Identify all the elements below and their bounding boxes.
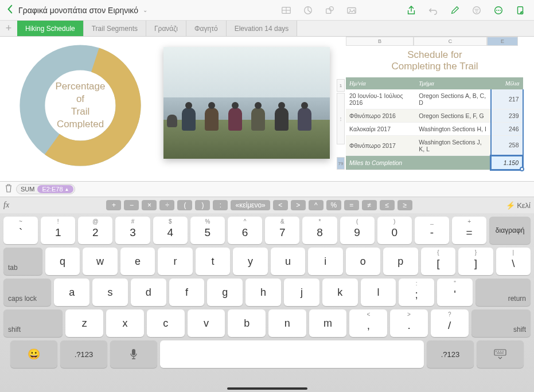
key-c[interactable]: c bbox=[147, 309, 185, 337]
row-number[interactable]: 79 bbox=[337, 157, 345, 170]
op-caret[interactable]: ^ bbox=[309, 200, 323, 210]
spreadsheet-canvas[interactable]: Percentage of Trail Completed 1 ⋮ 79 B C… bbox=[0, 37, 534, 181]
op-minus[interactable]: − bbox=[124, 200, 139, 210]
table-total-row[interactable]: Miles to Completion 1.150 bbox=[346, 155, 523, 170]
undo-icon[interactable] bbox=[426, 3, 440, 17]
table-row[interactable]: 20 Ιουνίου-1 Ιούλιος 2016Oregon Sections… bbox=[346, 89, 523, 109]
op-times[interactable]: × bbox=[142, 200, 157, 210]
document-icon[interactable] bbox=[513, 3, 527, 17]
key-=[interactable]: += bbox=[452, 217, 486, 244]
key-'[interactable]: "' bbox=[437, 279, 473, 306]
op-percent[interactable]: % bbox=[326, 200, 341, 210]
range-token[interactable]: E2:E78 ▲ bbox=[37, 185, 73, 193]
selected-cell[interactable]: 1.150 bbox=[491, 155, 523, 170]
op-colon[interactable]: : bbox=[213, 200, 228, 210]
key-\[interactable]: |\ bbox=[496, 248, 531, 275]
back-button[interactable] bbox=[5, 3, 15, 17]
op-lt[interactable]: < bbox=[273, 200, 288, 210]
key-space[interactable] bbox=[160, 340, 424, 368]
op-text[interactable]: «κείμενο» bbox=[231, 200, 270, 210]
key-4[interactable]: $4 bbox=[153, 217, 188, 244]
key-n[interactable]: n bbox=[268, 309, 306, 337]
key-o[interactable]: o bbox=[346, 248, 380, 275]
trash-icon[interactable] bbox=[5, 183, 13, 195]
table-icon[interactable] bbox=[279, 3, 293, 17]
key-1[interactable]: !1 bbox=[41, 217, 75, 244]
key-symbols-right[interactable]: .?123 bbox=[427, 340, 474, 368]
key-return[interactable]: return bbox=[475, 279, 531, 306]
key-w[interactable]: w bbox=[83, 248, 117, 275]
key-z[interactable]: z bbox=[65, 309, 103, 337]
key-q[interactable]: q bbox=[45, 248, 80, 275]
op-ge[interactable]: ≥ bbox=[397, 200, 412, 210]
row-number[interactable]: 1 bbox=[337, 79, 345, 92]
formula-chip[interactable]: SUM E2:E78 ▲ bbox=[16, 184, 75, 194]
table-row[interactable]: Φθινόπωρο 2016Oregon Sections E, F, G239 bbox=[346, 109, 523, 122]
column-header-e[interactable]: E bbox=[487, 37, 518, 46]
key-7[interactable]: &7 bbox=[265, 217, 299, 244]
key-hide-keyboard[interactable] bbox=[477, 340, 524, 368]
key-9[interactable]: (9 bbox=[340, 217, 375, 244]
donut-chart[interactable]: Percentage of Trail Completed bbox=[6, 42, 155, 174]
column-header-c[interactable]: C bbox=[414, 37, 487, 46]
tab-elevation[interactable]: Elevation 14 days bbox=[227, 21, 298, 36]
key-2[interactable]: @2 bbox=[78, 217, 112, 244]
tab-gear[interactable]: Γρανάζι bbox=[146, 21, 186, 36]
key-capslock[interactable]: caps lock bbox=[3, 279, 51, 306]
key-i[interactable]: i bbox=[308, 248, 342, 275]
title-chevron-icon[interactable]: ⌄ bbox=[143, 7, 147, 13]
key-f[interactable]: f bbox=[169, 279, 205, 306]
key-e[interactable]: e bbox=[120, 248, 155, 275]
key-h[interactable]: h bbox=[245, 279, 281, 306]
key--[interactable]: _- bbox=[415, 217, 449, 244]
op-le[interactable]: ≤ bbox=[380, 200, 395, 210]
key-5[interactable]: %5 bbox=[190, 217, 225, 244]
chart-icon[interactable] bbox=[301, 3, 315, 17]
key-mic[interactable] bbox=[110, 340, 157, 368]
key-x[interactable]: x bbox=[106, 309, 144, 337]
key-t[interactable]: t bbox=[196, 248, 230, 275]
key-emoji[interactable]: 😀 bbox=[10, 340, 57, 368]
table-row[interactable]: Φθινόπωρο 2017Washington Sections J, K, … bbox=[346, 135, 523, 155]
tab-hiking-schedule[interactable]: Hiking Schedule bbox=[17, 21, 84, 36]
schedule-table[interactable]: 1 ⋮ 79 B C E Schedule forCompleting the … bbox=[346, 37, 524, 171]
table-row[interactable]: Καλοκαίρι 2017Washington Sections H, I24… bbox=[346, 122, 523, 135]
key-g[interactable]: g bbox=[207, 279, 243, 306]
key-j[interactable]: j bbox=[284, 279, 319, 306]
column-header-b[interactable]: B bbox=[346, 37, 414, 46]
op-ne[interactable]: ≠ bbox=[362, 200, 377, 210]
document-title[interactable]: Γραφικά μονοπάτια στον Ειρηνικό bbox=[18, 6, 138, 15]
op-rparen[interactable]: ) bbox=[195, 200, 210, 210]
add-sheet-button[interactable]: + bbox=[0, 21, 17, 36]
key-,[interactable]: <, bbox=[349, 309, 387, 337]
key-m[interactable]: m bbox=[309, 309, 347, 337]
key-d[interactable]: d bbox=[131, 279, 166, 306]
key-symbols-left[interactable]: .?123 bbox=[60, 340, 107, 368]
key-8[interactable]: *8 bbox=[302, 217, 337, 244]
key-b[interactable]: b bbox=[228, 309, 266, 337]
brush-icon[interactable] bbox=[448, 3, 462, 17]
key-l[interactable]: l bbox=[361, 279, 396, 306]
key-][interactable]: }] bbox=[458, 248, 493, 275]
more-icon[interactable] bbox=[492, 3, 505, 17]
key-6[interactable]: ^6 bbox=[228, 217, 262, 244]
share-icon[interactable] bbox=[404, 3, 418, 17]
op-eq[interactable]: = bbox=[344, 200, 359, 210]
op-gt[interactable]: > bbox=[291, 200, 306, 210]
key-y[interactable]: y bbox=[233, 248, 267, 275]
key-;[interactable]: :; bbox=[399, 279, 434, 306]
key-p[interactable]: p bbox=[383, 248, 418, 275]
media-icon[interactable] bbox=[345, 3, 358, 17]
key-/[interactable]: ?/ bbox=[431, 309, 469, 337]
fx-label[interactable]: fx bbox=[3, 201, 9, 210]
key-`[interactable]: ~` bbox=[3, 217, 38, 244]
op-lparen[interactable]: ( bbox=[177, 200, 192, 210]
op-plus[interactable]: + bbox=[106, 200, 121, 210]
shape-icon[interactable] bbox=[323, 3, 337, 17]
home-indicator[interactable] bbox=[227, 387, 307, 390]
tab-trail-segments[interactable]: Trail Segments bbox=[84, 21, 146, 36]
key-a[interactable]: a bbox=[54, 279, 89, 306]
key-0[interactable]: )0 bbox=[377, 217, 412, 244]
tab-food[interactable]: Φαγητό bbox=[186, 21, 227, 36]
op-divide[interactable]: ÷ bbox=[159, 200, 174, 210]
